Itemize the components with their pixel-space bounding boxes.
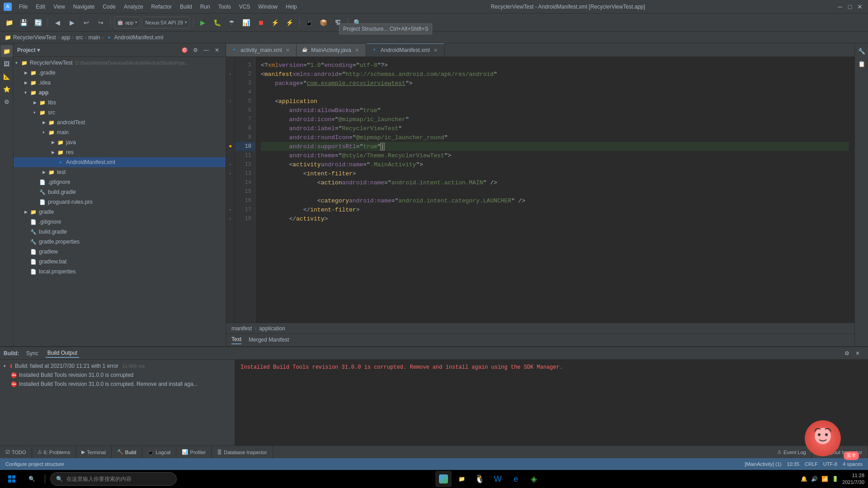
tree-item-gitignore-app[interactable]: ▶ 📄 .gitignore bbox=[14, 177, 226, 187]
project-panel-settings-button[interactable]: ⚙ bbox=[190, 45, 200, 55]
taskbar-app-android-studio[interactable] bbox=[435, 471, 452, 487]
code-editor[interactable]: ▾ ▾ ● ▾ ▾ ▾ ▾ 1 2 bbox=[226, 57, 854, 323]
apply-changes-restart-button[interactable]: ⚡ bbox=[283, 16, 296, 29]
tab-close-activity-main[interactable]: ✕ bbox=[284, 47, 291, 53]
sidebar-resource-manager-icon[interactable]: 🖼 bbox=[1, 58, 13, 70]
app-dropdown[interactable]: 🤖 app ▾ bbox=[114, 17, 140, 28]
search-everywhere-button[interactable]: 🔍 bbox=[351, 16, 364, 29]
menu-run[interactable]: Run bbox=[197, 3, 214, 11]
breadcrumb-item-2[interactable]: src bbox=[76, 34, 83, 41]
taskbar-notification-icon[interactable]: 🔔 bbox=[801, 476, 807, 482]
editor-bc-item-application[interactable]: application bbox=[259, 325, 285, 332]
strip-tab-logcat[interactable]: 📱 Logcat bbox=[142, 446, 176, 459]
project-panel-locate-button[interactable]: 🎯 bbox=[179, 45, 189, 55]
taskbar-app-2[interactable]: W bbox=[490, 471, 506, 487]
redo-button[interactable]: ↪ bbox=[94, 16, 107, 29]
menu-file[interactable]: File bbox=[15, 3, 31, 11]
strip-tab-profiler[interactable]: 📊 Profiler bbox=[176, 446, 212, 459]
tab-merged-manifest[interactable]: Merged Manifest bbox=[249, 337, 289, 344]
profile-button[interactable]: 📊 bbox=[240, 16, 253, 29]
tree-item-idea[interactable]: ▶ 📁 .idea bbox=[14, 78, 226, 88]
tab-mainactivity[interactable]: ☕ MainActivity.java ✕ bbox=[297, 44, 366, 56]
tree-item-buildgradle-app[interactable]: ▶ 🔧 build.gradle bbox=[14, 187, 226, 197]
taskbar-app-3[interactable]: ◈ bbox=[526, 471, 542, 487]
open-folder-button[interactable]: 📁 bbox=[3, 16, 15, 29]
project-panel-close-button[interactable]: ✕ bbox=[212, 45, 222, 55]
menu-code[interactable]: Code bbox=[99, 3, 119, 11]
project-structure-button[interactable]: 🏗 bbox=[332, 16, 344, 29]
maximize-button[interactable]: □ bbox=[845, 2, 854, 11]
strip-tab-database-inspector[interactable]: 🗄 Database Inspector bbox=[212, 446, 273, 459]
tab-close-androidmanifest[interactable]: ✕ bbox=[433, 47, 439, 53]
menu-vcs[interactable]: VCS bbox=[236, 3, 254, 11]
build-sync-tab[interactable]: Sync bbox=[24, 349, 40, 357]
right-sidebar-gradle-icon[interactable]: 🔧 bbox=[856, 45, 868, 57]
tree-item-recyclerviewtest[interactable]: ▾ 📁 RecyclerViewTest D:\BaiduNetdiskDown… bbox=[14, 58, 226, 68]
menu-window[interactable]: Window bbox=[255, 3, 281, 11]
tree-item-proguard[interactable]: ▶ 📄 proguard-rules.pro bbox=[14, 197, 226, 207]
tree-item-androidtest[interactable]: ▶ 📁 androidTest bbox=[14, 117, 226, 127]
status-indent[interactable]: 4 spaces bbox=[843, 461, 863, 467]
configure-project-structure[interactable]: Configure project structure bbox=[5, 461, 64, 467]
menu-analyze[interactable]: Analyze bbox=[120, 3, 147, 11]
menu-navigate[interactable]: Navigate bbox=[70, 3, 98, 11]
tree-item-androidmanifest[interactable]: ▶ 🔹 AndroidManifest.xml bbox=[14, 157, 226, 167]
back-button[interactable]: ◀ bbox=[51, 16, 64, 29]
strip-tab-todo[interactable]: ☑ TODO bbox=[0, 446, 32, 459]
menu-view[interactable]: View bbox=[50, 3, 69, 11]
tree-item-src[interactable]: ▾ 📁 src bbox=[14, 108, 226, 117]
build-output-tab[interactable]: Build Output bbox=[46, 349, 79, 358]
breadcrumb-item-1[interactable]: app bbox=[61, 34, 70, 41]
taskbar-app-1[interactable]: 🐧 bbox=[472, 471, 488, 487]
strip-tab-terminal[interactable]: ▶ Terminal bbox=[76, 446, 112, 459]
tree-item-libs[interactable]: ▶ 📁 libs bbox=[14, 98, 226, 108]
tree-item-java[interactable]: ▶ 📁 java bbox=[14, 137, 226, 147]
undo-button[interactable]: ↩ bbox=[80, 16, 93, 29]
windows-start-button[interactable] bbox=[4, 471, 20, 487]
tree-item-main[interactable]: ▾ 📁 main bbox=[14, 127, 226, 137]
sidebar-structure-icon[interactable]: 📐 bbox=[1, 70, 13, 82]
menu-tools[interactable]: Tools bbox=[215, 3, 235, 11]
status-line-ending[interactable]: CRLF bbox=[805, 461, 818, 467]
menu-edit[interactable]: Edit bbox=[32, 3, 49, 11]
taskbar-search[interactable]: 🔍 在这里输入你要搜索的内容 bbox=[50, 472, 177, 486]
close-button[interactable]: ✕ bbox=[855, 2, 864, 11]
taskbar-battery-icon[interactable]: 🔋 bbox=[832, 476, 839, 482]
tree-item-res[interactable]: ▶ 📁 res bbox=[14, 147, 226, 157]
right-sidebar-event-log-icon[interactable]: 📋 bbox=[856, 58, 868, 70]
breadcrumb-item-3[interactable]: main bbox=[89, 34, 100, 41]
device-dropdown[interactable]: Nexus 5X API 29 ▾ bbox=[142, 17, 189, 28]
menu-help[interactable]: Help bbox=[282, 3, 301, 11]
forward-button[interactable]: ▶ bbox=[66, 16, 78, 29]
strip-tab-build[interactable]: 🔨 Build bbox=[112, 446, 142, 459]
status-encoding[interactable]: UTF-8 bbox=[823, 461, 837, 467]
tree-item-app[interactable]: ▾ 📁 app bbox=[14, 88, 226, 98]
build-error-item-2[interactable]: ⛔ Installed Build Tools revision 31.0.0 … bbox=[0, 380, 235, 389]
apply-changes-button[interactable]: ⚡ bbox=[269, 16, 282, 29]
tree-item-localprops[interactable]: ▶ 📄 local.properties bbox=[14, 267, 226, 277]
minimize-button[interactable]: ─ bbox=[835, 2, 844, 11]
sidebar-project-icon[interactable]: 📁 bbox=[1, 45, 13, 57]
tree-item-gradle[interactable]: ▶ 📁 .gradle bbox=[14, 68, 226, 78]
tree-item-gradlewbat[interactable]: ▶ 📄 gradlew.bat bbox=[14, 257, 226, 267]
taskbar-network-icon[interactable]: 📶 bbox=[821, 476, 828, 482]
taskbar-app-edge[interactable]: e bbox=[508, 471, 524, 487]
editor-bc-item-manifest[interactable]: manifest bbox=[231, 325, 252, 332]
breadcrumb-item-0[interactable]: RecyclerViewTest bbox=[13, 34, 56, 41]
tab-close-mainactivity[interactable]: ✕ bbox=[354, 47, 360, 53]
strip-tab-problems[interactable]: ⚠ 6: Problems bbox=[32, 446, 76, 459]
menu-build[interactable]: Build bbox=[176, 3, 196, 11]
avd-manager-button[interactable]: 📱 bbox=[303, 16, 316, 29]
tab-androidmanifest[interactable]: 🔹 AndroidManifest.xml ✕ bbox=[366, 43, 445, 56]
sidebar-favorites-icon[interactable]: ⭐ bbox=[1, 83, 13, 95]
tree-item-gradleprops[interactable]: ▶ 🔧 gradle.properties bbox=[14, 237, 226, 247]
stop-button[interactable]: ⏹ bbox=[255, 16, 267, 29]
tab-text[interactable]: Text bbox=[231, 336, 241, 344]
tree-item-buildgradle-root[interactable]: ▶ 🔧 build.gradle bbox=[14, 227, 226, 237]
taskbar-volume-icon[interactable]: 🔊 bbox=[811, 476, 818, 482]
search-button[interactable]: 🔍 bbox=[24, 471, 40, 487]
tree-item-gradle-root[interactable]: ▶ 📁 gradle bbox=[14, 207, 226, 217]
tree-item-gitignore-root[interactable]: ▶ 📄 .gitignore bbox=[14, 217, 226, 227]
build-panel-settings-button[interactable]: ⚙ bbox=[842, 348, 852, 358]
tree-item-gradlew[interactable]: ▶ 📄 gradlew bbox=[14, 247, 226, 257]
